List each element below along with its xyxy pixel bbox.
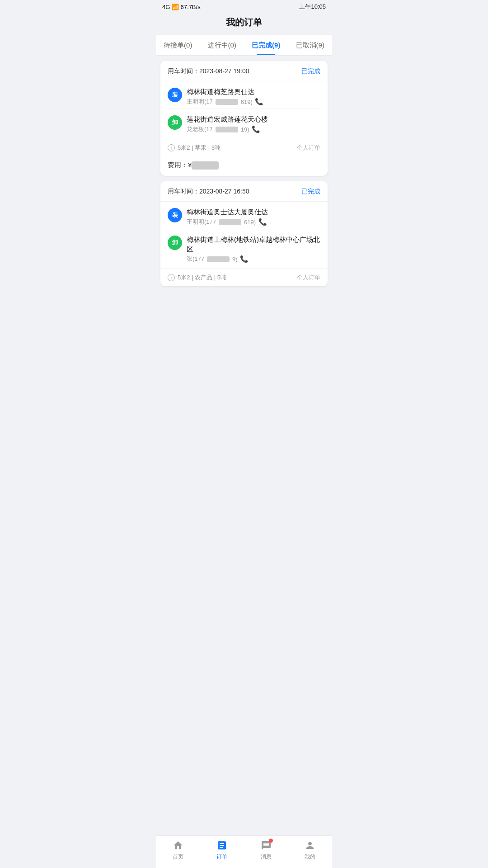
tab-cancelled[interactable]: 已取消(9)	[288, 35, 333, 55]
load-badge-1: 装	[168, 88, 182, 102]
load-address-2: 梅林街道奥士达大厦奥仕达	[187, 207, 320, 217]
load-badge-2: 装	[168, 208, 182, 222]
bottom-nav: 首页 订单 消息 我的	[156, 835, 332, 868]
page-title: 我的订单	[156, 13, 332, 35]
status-left: 4G 📶 67.7B/s	[162, 4, 201, 10]
time-display: 上午10:05	[299, 3, 326, 11]
order-card-2: 用车时间：2023-08-27 16:50 已完成 装 梅林街道奥士达大厦奥仕达…	[160, 181, 328, 286]
order-status-1: 已完成	[301, 67, 320, 75]
messages-icon	[260, 840, 272, 851]
home-icon	[172, 840, 184, 851]
order-header-1: 用车时间：2023-08-27 19:00 已完成	[160, 61, 328, 81]
unload-phone-icon-1[interactable]: 📞	[252, 125, 260, 133]
fee-row-1: 费用：¥	[160, 156, 328, 176]
nav-messages[interactable]: 消息	[244, 840, 288, 861]
load-address-1: 梅林街道梅芝路奥仕达	[187, 87, 320, 96]
info-icon-1: i	[168, 144, 175, 151]
nav-home[interactable]: 首页	[156, 840, 200, 861]
order-card-1: 用车时间：2023-08-27 19:00 已完成 装 梅林街道梅芝路奥仕达 王…	[160, 61, 328, 176]
unload-badge-1: 卸	[168, 115, 182, 130]
nav-orders-label: 订单	[216, 853, 227, 861]
unload-address-1: 莲花街道宏威路莲花天心楼	[187, 114, 320, 124]
info-icon-2: i	[168, 274, 175, 281]
load-contact-2: 王明明(177619) 📞	[187, 218, 320, 226]
orders-icon	[216, 840, 228, 851]
load-phone-icon-2[interactable]: 📞	[258, 218, 267, 226]
nav-orders[interactable]: 订单	[200, 840, 244, 861]
tab-completed[interactable]: 已完成(9)	[244, 35, 288, 55]
network-info: 4G 📶 67.7B/s	[162, 4, 201, 10]
status-bar: 4G 📶 67.7B/s 上午10:05	[156, 0, 332, 13]
order-details-1: i 5米2 | 苹果 | 3吨	[168, 144, 221, 152]
order-info-row-1: i 5米2 | 苹果 | 3吨 个人订单	[160, 139, 328, 156]
order-list: 用车时间：2023-08-27 19:00 已完成 装 梅林街道梅芝路奥仕达 王…	[156, 56, 332, 292]
load-info-1: 梅林街道梅芝路奥仕达 王明明(17619) 📞	[187, 87, 320, 106]
order-info-row-2: i 5米2 | 农产品 | 5吨 个人订单	[160, 269, 328, 286]
unload-phone-icon-2[interactable]: 📞	[240, 255, 249, 263]
order-type-1: 个人订单	[297, 144, 320, 152]
message-badge-dot	[269, 839, 273, 843]
nav-home-label: 首页	[173, 853, 183, 861]
nav-profile[interactable]: 我的	[288, 840, 333, 861]
unload-address-2: 梅林街道上梅林(地铁站)卓越梅林中心广场北区	[187, 235, 320, 254]
nav-messages-label: 消息	[261, 853, 272, 861]
order-details-2: i 5米2 | 农产品 | 5吨	[168, 274, 226, 282]
status-right: 上午10:05	[299, 3, 326, 11]
unload-badge-2: 卸	[168, 236, 182, 250]
nav-profile-label: 我的	[305, 853, 315, 861]
unload-location-1: 卸 莲花街道宏威路莲花天心楼 龙老板(1719) 📞	[160, 109, 328, 136]
load-phone-icon-1[interactable]: 📞	[255, 98, 263, 106]
profile-icon	[304, 840, 316, 851]
order-time-1: 用车时间：2023-08-27 19:00	[168, 67, 249, 75]
load-contact-1: 王明明(17619) 📞	[187, 98, 320, 106]
tab-ongoing[interactable]: 进行中(0)	[200, 35, 244, 55]
unload-contact-1: 龙老板(1719) 📞	[187, 125, 320, 133]
tab-pending[interactable]: 待接单(0)	[156, 35, 200, 55]
tab-bar: 待接单(0) 进行中(0) 已完成(9) 已取消(9)	[156, 35, 332, 56]
unload-info-1: 莲花街道宏威路莲花天心楼 龙老板(1719) 📞	[187, 114, 320, 133]
unload-contact-2: 张(1779) 📞	[187, 255, 320, 263]
load-info-2: 梅林街道奥士达大厦奥仕达 王明明(177619) 📞	[187, 207, 320, 226]
load-location-1: 装 梅林街道梅芝路奥仕达 王明明(17619) 📞	[160, 81, 328, 108]
unload-info-2: 梅林街道上梅林(地铁站)卓越梅林中心广场北区 张(1779) 📞	[187, 235, 320, 263]
unload-location-2: 卸 梅林街道上梅林(地铁站)卓越梅林中心广场北区 张(1779) 📞	[160, 229, 328, 266]
load-location-2: 装 梅林街道奥士达大厦奥仕达 王明明(177619) 📞	[160, 202, 328, 229]
order-type-2: 个人订单	[297, 274, 320, 282]
order-time-2: 用车时间：2023-08-27 16:50	[168, 188, 249, 196]
order-status-2: 已完成	[301, 188, 320, 196]
order-header-2: 用车时间：2023-08-27 16:50 已完成	[160, 181, 328, 202]
